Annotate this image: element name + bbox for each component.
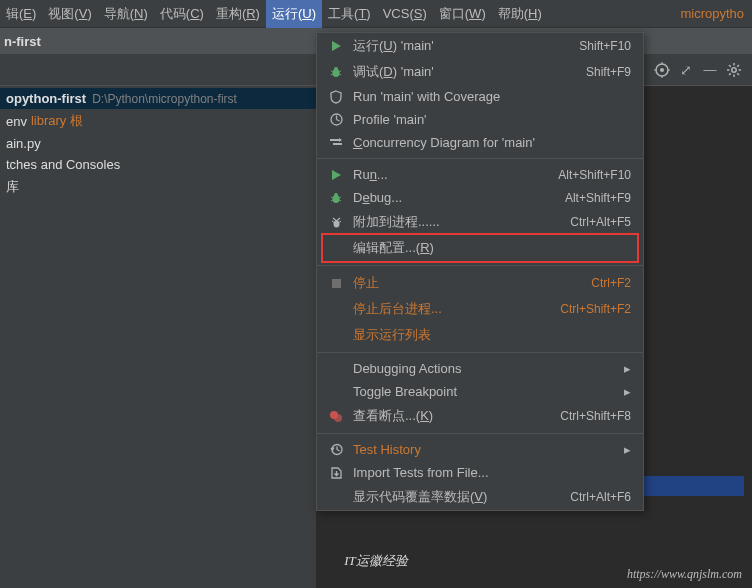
menubar: 辑(E)视图(V)导航(N)代码(C)重构(R)运行(U)工具(T)VCS(S)… <box>0 0 752 28</box>
tree-row[interactable]: tches and Consoles <box>0 154 316 175</box>
submenu-arrow-icon: ▸ <box>624 361 631 376</box>
menubar-item-导航[interactable]: 导航(N) <box>98 0 154 28</box>
svg-line-31 <box>339 200 341 201</box>
svg-line-14 <box>729 73 731 75</box>
svg-line-20 <box>339 74 341 75</box>
attach-icon <box>327 216 345 229</box>
shield-icon <box>327 90 345 104</box>
menu-item-shortcut: Alt+Shift+F10 <box>558 168 631 182</box>
menu-item-label: 调试(D) 'main' <box>353 63 586 81</box>
run-dropdown: 运行(U) 'main'Shift+F10调试(D) 'main'Shift+F… <box>316 32 644 511</box>
menubar-item-运行[interactable]: 运行(U) <box>266 0 322 28</box>
menu-separator <box>317 352 643 353</box>
tree-row[interactable]: 库 <box>0 175 316 199</box>
menu-item[interactable]: 显示代码覆盖率数据(V)Ctrl+Alt+F6 <box>317 484 643 510</box>
menu-separator <box>317 158 643 159</box>
svg-line-29 <box>339 197 341 198</box>
svg-point-1 <box>660 68 664 72</box>
menu-item[interactable]: 附加到进程......Ctrl+Alt+F5 <box>317 209 643 235</box>
menu-separator <box>317 265 643 266</box>
menu-item[interactable]: 调试(D) 'main'Shift+F9 <box>317 59 643 85</box>
watermark-url: https://www.qnjslm.com <box>627 567 742 582</box>
svg-line-23 <box>336 120 339 122</box>
menu-item[interactable]: Import Tests from File... <box>317 461 643 484</box>
menu-item-shortcut: Ctrl+F2 <box>591 276 631 290</box>
svg-line-17 <box>331 71 333 72</box>
stop-icon <box>327 278 345 289</box>
tree-row[interactable]: ain.py <box>0 133 316 154</box>
menu-item-label: 运行(U) 'main' <box>353 37 579 55</box>
collapse-icon[interactable]: — <box>700 60 720 80</box>
menu-item-shortcut: Ctrl+Alt+F5 <box>570 215 631 229</box>
svg-line-30 <box>331 200 333 201</box>
menu-item-label: Import Tests from File... <box>353 465 631 480</box>
menu-item-label: 编辑配置...(R) <box>353 239 631 257</box>
menubar-item-视图[interactable]: 视图(V) <box>42 0 97 28</box>
menu-item[interactable]: 停止Ctrl+F2 <box>317 270 643 296</box>
history-icon <box>327 443 345 456</box>
menu-item-label: 显示运行列表 <box>353 326 631 344</box>
submenu-arrow-icon: ▸ <box>624 384 631 399</box>
titlebar-text: n-first <box>4 34 41 49</box>
play-icon <box>327 40 345 52</box>
menu-item[interactable]: Run...Alt+Shift+F10 <box>317 163 643 186</box>
svg-point-6 <box>732 67 736 71</box>
menubar-item-代码[interactable]: 代码(C) <box>154 0 210 28</box>
svg-line-19 <box>331 74 333 75</box>
menubar-item-重构[interactable]: 重构(R) <box>210 0 266 28</box>
gear-icon[interactable] <box>724 60 744 80</box>
target-icon[interactable] <box>652 60 672 80</box>
menu-item[interactable]: 停止后台进程...Ctrl+Shift+F2 <box>317 296 643 322</box>
submenu-arrow-icon: ▸ <box>624 442 631 457</box>
menu-item-shortcut: Ctrl+Shift+F2 <box>560 302 631 316</box>
svg-line-28 <box>331 197 333 198</box>
svg-point-37 <box>334 414 342 422</box>
menu-item-label: 查看断点...(K) <box>353 407 560 425</box>
menu-item-label: Toggle Breakpoint <box>353 384 618 399</box>
menu-item[interactable]: 查看断点...(K)Ctrl+Shift+F8 <box>317 403 643 429</box>
menubar-item-窗口[interactable]: 窗口(W) <box>433 0 492 28</box>
menu-item-shortcut: Alt+Shift+F9 <box>565 191 631 205</box>
menu-item-shortcut: Ctrl+Alt+F6 <box>570 490 631 504</box>
svg-line-33 <box>332 221 334 223</box>
menu-item-label: Run... <box>353 167 558 182</box>
menubar-item-辑[interactable]: 辑(E) <box>0 0 42 28</box>
menu-item-shortcut: Ctrl+Shift+F8 <box>560 409 631 423</box>
tree-row[interactable]: envlibrary 根 <box>0 109 316 133</box>
concurrency-icon <box>327 137 345 149</box>
menu-item-label: 停止 <box>353 274 591 292</box>
menu-item-label: 显示代码覆盖率数据(V) <box>353 488 570 506</box>
svg-rect-35 <box>332 279 341 288</box>
menubar-item-工具[interactable]: 工具(T) <box>322 0 377 28</box>
profile-icon <box>327 113 345 126</box>
svg-line-18 <box>339 71 341 72</box>
bug-icon <box>327 65 345 79</box>
project-root[interactable]: opython-firstD:\Python\micropython-first <box>0 88 316 109</box>
play-icon <box>327 169 345 181</box>
menu-item[interactable]: Debug...Alt+Shift+F9 <box>317 186 643 209</box>
menu-item[interactable]: Debugging Actions▸ <box>317 357 643 380</box>
project-sidebar: opython-firstD:\Python\micropython-first… <box>0 86 316 588</box>
menu-item[interactable]: 运行(U) 'main'Shift+F10 <box>317 33 643 59</box>
menu-item[interactable]: Toggle Breakpoint▸ <box>317 380 643 403</box>
menu-item[interactable]: Test History▸ <box>317 438 643 461</box>
expand-icon[interactable]: ⤢ <box>676 60 696 80</box>
menu-item-label: Profile 'main' <box>353 112 631 127</box>
menu-item[interactable]: Run 'main' with Coverage <box>317 85 643 108</box>
menu-item[interactable]: Concurrency Diagram for 'main' <box>317 131 643 154</box>
bp-icon <box>327 410 345 422</box>
bug-icon <box>327 191 345 205</box>
menubar-item-帮助[interactable]: 帮助(H) <box>492 0 548 28</box>
menu-item[interactable]: 显示运行列表 <box>317 322 643 348</box>
svg-point-27 <box>334 193 338 197</box>
svg-line-12 <box>737 73 739 75</box>
menu-separator <box>317 433 643 434</box>
menubar-item-VCS[interactable]: VCS(S) <box>377 1 433 26</box>
menu-item-label: Run 'main' with Coverage <box>353 89 631 104</box>
import-icon <box>327 466 345 479</box>
svg-line-13 <box>737 65 739 67</box>
menu-item[interactable]: 编辑配置...(R) <box>317 235 643 261</box>
svg-line-11 <box>729 65 731 67</box>
menu-item-shortcut: Shift+F9 <box>586 65 631 79</box>
menu-item[interactable]: Profile 'main' <box>317 108 643 131</box>
